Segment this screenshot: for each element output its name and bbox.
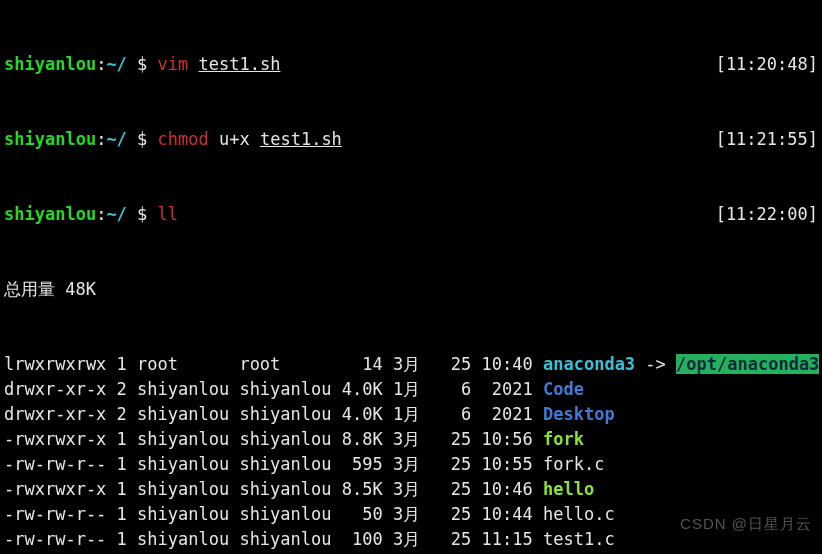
ls-filename: hello.c: [543, 504, 615, 524]
ls-filename: Desktop: [543, 404, 615, 424]
ls-row: -rwxrwxr-x 1 shiyanlou shiyanlou 8.5K 3月…: [4, 477, 818, 502]
timestamp: [11:22:00]: [716, 202, 818, 227]
ls-symlink-target: /opt/anaconda3: [676, 354, 819, 374]
ls-row: -rwxrwxr-x 1 shiyanlou shiyanlou 8.8K 3月…: [4, 427, 818, 452]
ls-filename: fork: [543, 429, 584, 449]
cmd-vim: vim: [158, 54, 189, 74]
prompt-user: shiyanlou: [4, 54, 96, 74]
ls-filename: anaconda3: [543, 354, 635, 374]
ls-row: drwxr-xr-x 2 shiyanlou shiyanlou 4.0K 1月…: [4, 377, 818, 402]
watermark: CSDN @日星月云: [680, 511, 812, 536]
arg-test1: test1.sh: [199, 54, 281, 74]
ls-row: drwxr-xr-x 2 shiyanlou shiyanlou 4.0K 1月…: [4, 402, 818, 427]
ls-filename: hello: [543, 479, 594, 499]
timestamp: [11:20:48]: [716, 52, 818, 77]
timestamp: [11:21:55]: [716, 127, 818, 152]
ls-filename: fork.c: [543, 454, 604, 474]
cmd-ll: ll: [158, 204, 178, 224]
ls-row: lrwxrwxrwx 1 root root 14 3月 25 10:40 an…: [4, 352, 818, 377]
ls-filename: Code: [543, 379, 584, 399]
cmd-line-1: shiyanlou:~/ $ vim test1.sh [11:20:48]: [4, 52, 818, 77]
ls-row: -rw-rw-r-- 1 shiyanlou shiyanlou 595 3月 …: [4, 452, 818, 477]
ls-filename: test1.c: [543, 529, 615, 549]
ls-total: 总用量 48K: [4, 277, 818, 302]
cmd-chmod: chmod: [158, 129, 209, 149]
cmd-line-2: shiyanlou:~/ $ chmod u+x test1.sh [11:21…: [4, 127, 818, 152]
cmd-line-3: shiyanlou:~/ $ ll [11:22:00]: [4, 202, 818, 227]
terminal[interactable]: shiyanlou:~/ $ vim test1.sh [11:20:48] s…: [0, 0, 822, 554]
